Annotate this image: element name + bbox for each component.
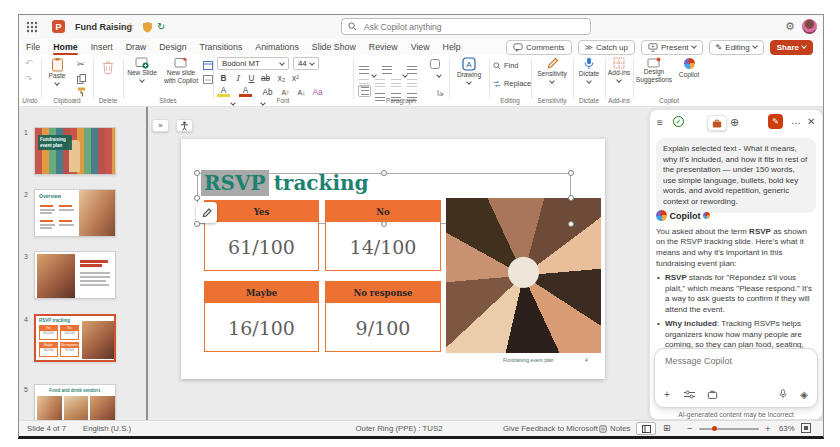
design-suggestions-button[interactable]: Design Suggestions: [635, 57, 673, 84]
tab-animations[interactable]: Animations: [255, 42, 299, 52]
new-slide-button[interactable]: New Slide: [125, 57, 159, 85]
redo-icon[interactable]: ↷: [25, 75, 33, 84]
app-launcher-icon[interactable]: [26, 21, 38, 33]
font-size-combo[interactable]: 44: [293, 57, 319, 70]
selection-handle[interactable]: [381, 170, 387, 176]
align-left-icon[interactable]: [358, 85, 371, 97]
selection-handle[interactable]: [568, 221, 574, 227]
zoom-in-button[interactable]: +: [765, 423, 771, 434]
slide-sorter-view-icon[interactable]: ⊞: [663, 423, 671, 433]
rsvp-card-no-response[interactable]: No response 9/100: [325, 281, 441, 352]
tab-review[interactable]: Review: [369, 42, 398, 52]
selection-handle[interactable]: [568, 195, 574, 201]
bold-icon[interactable]: B: [217, 72, 230, 84]
selected-text[interactable]: RSVP: [201, 170, 269, 196]
settings-gear-icon[interactable]: ⚙: [785, 20, 795, 33]
text-direction-icon[interactable]: [430, 59, 440, 69]
tab-design[interactable]: Design: [159, 42, 186, 52]
italic-icon[interactable]: I: [231, 72, 244, 84]
copilot-message-input[interactable]: [663, 355, 811, 367]
copilot-app-icon[interactable]: ✎: [768, 114, 783, 129]
new-chat-icon[interactable]: ⊕: [730, 116, 739, 129]
slide-photo-children-circle[interactable]: [446, 198, 601, 353]
normal-view-button[interactable]: [636, 422, 656, 435]
zoom-slider-knob[interactable]: [712, 426, 717, 431]
new-slide-with-copilot-button[interactable]: New slide with Copilot: [161, 57, 201, 85]
underline-icon[interactable]: U: [245, 72, 258, 84]
work-mode-briefcase-icon[interactable]: [707, 390, 718, 399]
zoom-slider[interactable]: [699, 428, 759, 430]
zoom-level[interactable]: 63%: [779, 424, 795, 433]
selection-handle[interactable]: [568, 170, 574, 176]
copy-icon[interactable]: [77, 74, 86, 84]
selection-handle[interactable]: [194, 170, 200, 176]
superscript-icon[interactable]: x²: [289, 72, 302, 84]
microphone-icon[interactable]: [779, 389, 787, 399]
slide-thumbnail-3[interactable]: [34, 251, 116, 299]
find-button[interactable]: Find: [493, 61, 518, 70]
favorite-star-icon[interactable]: ☆: [126, 21, 135, 32]
slide-thumbnail-2[interactable]: Overview: [34, 189, 116, 237]
slide-layout-icon[interactable]: [203, 61, 213, 70]
slide-thumbnail-5[interactable]: Food and drink vendors: [34, 384, 116, 420]
catch-up-button[interactable]: ≫ Catch up: [578, 40, 635, 55]
selection-handle[interactable]: [381, 221, 387, 227]
notes-button[interactable]: Notes: [599, 424, 630, 433]
account-avatar[interactable]: [802, 19, 817, 34]
format-painter-icon[interactable]: [77, 87, 86, 97]
highlight-color-icon[interactable]: A: [217, 86, 230, 97]
tab-slide-show[interactable]: Slide Show: [312, 42, 356, 52]
collapse-thumbnails-button[interactable]: »: [152, 119, 169, 132]
paragraph-dialog-launcher-icon[interactable]: [437, 89, 444, 96]
tab-home[interactable]: Home: [53, 42, 77, 52]
document-title[interactable]: Fund Raising: [75, 22, 132, 32]
copilot-message-input-box[interactable]: + ◈: [654, 348, 818, 408]
work-tab[interactable]: [707, 115, 727, 131]
panel-splitter[interactable]: [146, 107, 148, 420]
selection-handle[interactable]: [194, 221, 200, 227]
font-color-icon[interactable]: A: [239, 86, 252, 97]
fit-to-window-icon[interactable]: [801, 423, 811, 433]
search-input[interactable]: [362, 21, 562, 33]
editing-mode-button[interactable]: ✎ Editing: [709, 40, 764, 55]
rsvp-card-no[interactable]: No 14/100: [325, 200, 441, 271]
rsvp-card-maybe[interactable]: Maybe 16/100: [204, 281, 319, 352]
slide-thumbnail-4-selected[interactable]: RSVP tracking Yes61/100 No14/100 Maybe16…: [34, 314, 116, 362]
slide-thumbnail-1[interactable]: Fundraising event plan: [34, 127, 116, 175]
language-indicator[interactable]: English (U.S.): [83, 424, 131, 433]
tab-insert[interactable]: Insert: [91, 42, 113, 52]
reset-slide-icon[interactable]: [203, 75, 213, 84]
dictate-button[interactable]: Dictate: [574, 57, 604, 86]
replace-button[interactable]: Replace: [493, 79, 531, 88]
close-pane-icon[interactable]: ✕: [807, 116, 815, 127]
undo-icon[interactable]: ↶: [25, 59, 33, 68]
more-options-icon[interactable]: …: [791, 115, 801, 126]
tab-file[interactable]: File: [26, 42, 40, 52]
tab-help[interactable]: Help: [443, 42, 461, 52]
present-button[interactable]: Present: [641, 40, 703, 55]
slide-canvas[interactable]: RSVPtracking Yes 61/100 No 14/100 Maybe …: [181, 139, 605, 379]
comments-button[interactable]: Comments: [506, 40, 572, 55]
accessibility-checker-button[interactable]: [176, 119, 193, 132]
rsvp-card-yes[interactable]: Yes 61/100: [204, 200, 319, 271]
feedback-link[interactable]: Give Feedback to Microsoft: [503, 424, 598, 433]
options-sliders-icon[interactable]: [684, 390, 695, 399]
slide-title[interactable]: RSVPtracking: [201, 171, 369, 195]
tab-draw[interactable]: Draw: [126, 42, 147, 52]
selection-handle[interactable]: [194, 195, 200, 201]
strikethrough-icon[interactable]: ab: [259, 72, 272, 84]
paste-button[interactable]: Paste: [44, 57, 70, 88]
slide-count-indicator[interactable]: Slide 4 of 7: [27, 424, 66, 433]
copilot-button[interactable]: Copilot: [675, 57, 703, 79]
cut-icon[interactable]: ✂: [77, 60, 85, 69]
share-button[interactable]: Share: [770, 40, 813, 55]
sensitivity-button[interactable]: Sensitivity: [533, 57, 571, 86]
zoom-out-button[interactable]: −: [687, 423, 693, 434]
copilot-search-box[interactable]: [341, 18, 591, 35]
tab-view[interactable]: View: [411, 42, 430, 52]
delete-trash-icon[interactable]: [102, 60, 114, 74]
chat-menu-icon[interactable]: ≡: [657, 117, 663, 128]
send-icon[interactable]: ◈: [800, 389, 808, 400]
subscript-icon[interactable]: x₂: [275, 72, 288, 84]
font-name-combo[interactable]: Bodoni MT: [217, 57, 289, 70]
